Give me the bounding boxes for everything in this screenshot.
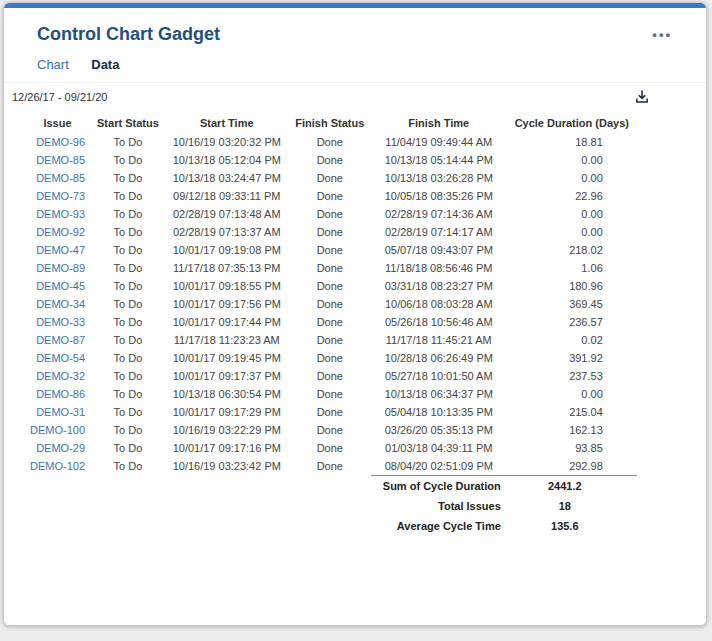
finish-time-cell: 10/05/18 08:35:26 PM: [371, 187, 507, 205]
issue-link[interactable]: DEMO-32: [36, 370, 85, 382]
table-header: Issue Start Status Start Time Finish Sta…: [24, 113, 637, 133]
start-status-cell: To Do: [91, 439, 165, 457]
issue-cell: DEMO-45: [24, 277, 91, 295]
start-time-cell: 10/01/17 09:17:29 PM: [165, 403, 289, 421]
summary-label: Sum of Cycle Duration: [371, 476, 507, 497]
issue-link[interactable]: DEMO-89: [36, 262, 85, 274]
finish-status-cell: Done: [289, 187, 371, 205]
control-chart-gadget: Control Chart Gadget ••• Chart Data 12/2…: [3, 2, 707, 626]
start-status-cell: To Do: [91, 385, 165, 403]
issue-link[interactable]: DEMO-54: [36, 352, 85, 364]
finish-time-cell: 11/17/18 11:45:21 AM: [371, 331, 507, 349]
finish-status-cell: Done: [289, 295, 371, 313]
start-status-cell: To Do: [91, 223, 165, 241]
finish-time-cell: 02/28/19 07:14:17 AM: [371, 223, 507, 241]
date-range-label: 12/26/17 - 09/21/20: [12, 91, 107, 103]
table-row: DEMO-54To Do10/01/17 09:19:45 PMDone10/2…: [24, 349, 637, 367]
start-time-cell: 10/16/19 03:22:29 PM: [165, 421, 289, 439]
table-row: DEMO-32To Do10/01/17 09:17:37 PMDone05/2…: [24, 367, 637, 385]
summary-row: Sum of Cycle Duration2441.2: [24, 476, 637, 497]
issue-link[interactable]: DEMO-45: [36, 280, 85, 292]
finish-time-cell: 02/28/19 07:14:36 AM: [371, 205, 507, 223]
table-row: DEMO-31To Do10/01/17 09:17:29 PMDone05/0…: [24, 403, 637, 421]
start-status-cell: To Do: [91, 331, 165, 349]
start-time-cell: 10/13/18 05:12:04 PM: [165, 151, 289, 169]
download-icon[interactable]: [634, 89, 650, 105]
issue-link[interactable]: DEMO-92: [36, 226, 85, 238]
table-row: DEMO-73To Do09/12/18 09:33:11 PMDone10/0…: [24, 187, 637, 205]
issue-cell: DEMO-89: [24, 259, 91, 277]
table-row: DEMO-89To Do11/17/18 07:35:13 PMDone11/1…: [24, 259, 637, 277]
cycle-duration-cell: 180.96: [507, 277, 637, 295]
start-status-cell: To Do: [91, 403, 165, 421]
issue-cell: DEMO-33: [24, 313, 91, 331]
finish-status-cell: Done: [289, 385, 371, 403]
tab-chart[interactable]: Chart: [37, 57, 69, 72]
column-header-finish-status: Finish Status: [289, 113, 371, 133]
cycle-duration-cell: 93.85: [507, 439, 637, 457]
start-status-cell: To Do: [91, 241, 165, 259]
issue-link[interactable]: DEMO-86: [36, 388, 85, 400]
finish-time-cell: 03/26/20 05:35:13 PM: [371, 421, 507, 439]
issue-link[interactable]: DEMO-85: [36, 154, 85, 166]
issue-cell: DEMO-29: [24, 439, 91, 457]
finish-status-cell: Done: [289, 313, 371, 331]
finish-time-cell: 10/13/18 06:34:37 PM: [371, 385, 507, 403]
summary-label: Average Cycle Time: [371, 516, 507, 536]
cycle-duration-cell: 369.45: [507, 295, 637, 313]
cycle-duration-cell: 0.00: [507, 151, 637, 169]
table-row: DEMO-86To Do10/13/18 06:30:54 PMDone10/1…: [24, 385, 637, 403]
issue-cell: DEMO-47: [24, 241, 91, 259]
issue-cell: DEMO-93: [24, 205, 91, 223]
finish-time-cell: 05/07/18 09:43:07 PM: [371, 241, 507, 259]
issue-link[interactable]: DEMO-34: [36, 298, 85, 310]
issue-link[interactable]: DEMO-29: [36, 442, 85, 454]
finish-time-cell: 10/06/18 08:03:28 AM: [371, 295, 507, 313]
finish-time-cell: 11/04/19 09:49:44 AM: [371, 133, 507, 151]
issue-link[interactable]: DEMO-33: [36, 316, 85, 328]
table-row: DEMO-85To Do10/13/18 03:24:47 PMDone10/1…: [24, 169, 637, 187]
issue-link[interactable]: DEMO-87: [36, 334, 85, 346]
issue-link[interactable]: DEMO-93: [36, 208, 85, 220]
finish-status-cell: Done: [289, 331, 371, 349]
issue-cell: DEMO-85: [24, 169, 91, 187]
table-summary: Sum of Cycle Duration2441.2Total Issues1…: [24, 476, 637, 537]
summary-spacer: [24, 516, 371, 536]
finish-status-cell: Done: [289, 133, 371, 151]
issue-link[interactable]: DEMO-47: [36, 244, 85, 256]
tab-data[interactable]: Data: [91, 57, 119, 72]
finish-status-cell: Done: [289, 241, 371, 259]
start-status-cell: To Do: [91, 457, 165, 476]
issue-link[interactable]: DEMO-100: [30, 424, 85, 436]
table-row: DEMO-100To Do10/16/19 03:22:29 PMDone03/…: [24, 421, 637, 439]
cycle-duration-cell: 236.57: [507, 313, 637, 331]
finish-status-cell: Done: [289, 277, 371, 295]
issue-cell: DEMO-102: [24, 457, 91, 476]
start-time-cell: 02/28/19 07:13:48 AM: [165, 205, 289, 223]
finish-status-cell: Done: [289, 367, 371, 385]
cycle-duration-cell: 237.53: [507, 367, 637, 385]
finish-time-cell: 05/26/18 10:56:46 AM: [371, 313, 507, 331]
finish-time-cell: 10/13/18 03:26:28 PM: [371, 169, 507, 187]
start-time-cell: 10/13/18 03:24:47 PM: [165, 169, 289, 187]
finish-time-cell: 05/27/18 10:01:50 AM: [371, 367, 507, 385]
more-menu-button[interactable]: •••: [652, 27, 672, 42]
start-time-cell: 11/17/18 07:35:13 PM: [165, 259, 289, 277]
issue-link[interactable]: DEMO-73: [36, 190, 85, 202]
column-header-cycle-duration: Cycle Duration (Days): [507, 113, 637, 133]
issue-cell: DEMO-100: [24, 421, 91, 439]
table-row: DEMO-87To Do11/17/18 11:23:23 AMDone11/1…: [24, 331, 637, 349]
cycle-duration-cell: 218.02: [507, 241, 637, 259]
gadget-title: Control Chart Gadget: [37, 24, 220, 45]
issue-link[interactable]: DEMO-102: [30, 460, 85, 472]
issue-cell: DEMO-31: [24, 403, 91, 421]
finish-time-cell: 10/28/18 06:26:49 PM: [371, 349, 507, 367]
cycle-duration-cell: 0.02: [507, 331, 637, 349]
cycle-data-table: Issue Start Status Start Time Finish Sta…: [24, 113, 637, 536]
cycle-duration-cell: 0.00: [507, 223, 637, 241]
issue-link[interactable]: DEMO-96: [36, 136, 85, 148]
issue-link[interactable]: DEMO-31: [36, 406, 85, 418]
column-header-start-time: Start Time: [165, 113, 289, 133]
start-time-cell: 09/12/18 09:33:11 PM: [165, 187, 289, 205]
issue-link[interactable]: DEMO-85: [36, 172, 85, 184]
